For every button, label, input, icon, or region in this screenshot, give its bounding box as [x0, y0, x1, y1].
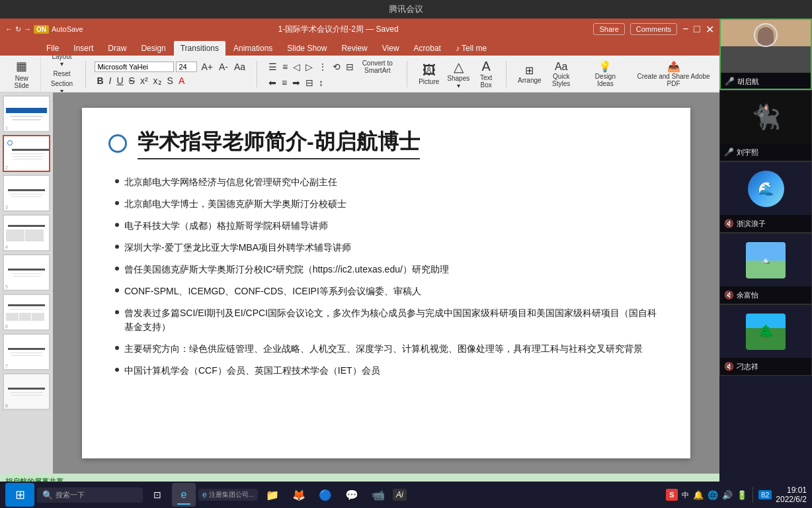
justify-btn[interactable]: ⊟ — [304, 77, 315, 89]
ppt-body: 1 2 — [0, 93, 719, 474]
bullets-btn[interactable]: ☰ — [266, 61, 279, 73]
chrome-btn[interactable]: 🔵 — [313, 483, 337, 507]
line-spacing-btn[interactable]: ↕ — [317, 77, 325, 89]
tab-design[interactable]: Design — [134, 41, 172, 56]
participant-name-1: 胡启航 — [737, 77, 807, 87]
volume-tray-icon[interactable]: 🔊 — [722, 490, 733, 500]
notification-badge[interactable]: 82 — [758, 490, 772, 499]
design-ideas-btn[interactable]: 💡Design Ideas — [587, 60, 624, 88]
slide-thumb-1[interactable]: 1 — [3, 95, 50, 132]
quick-styles-btn[interactable]: AaQuick Styles — [546, 60, 577, 88]
italic-btn[interactable]: I — [107, 75, 114, 87]
participant-name-bar-4: 🔇 余富怡 — [720, 286, 811, 304]
clock-time: 19:01 — [776, 486, 807, 495]
layout-button[interactable]: Layout ▾ — [48, 56, 75, 69]
ai-label: Ai — [396, 490, 403, 499]
align-right-btn[interactable]: ➡ — [290, 77, 302, 89]
battery-icon[interactable]: 🔋 — [737, 490, 747, 500]
lang-tray[interactable]: 中 — [682, 490, 689, 500]
shapes-btn[interactable]: △ Shapes ▾ — [445, 58, 471, 90]
section-button[interactable]: Section ▾ — [48, 79, 75, 93]
arrange-btn[interactable]: ⊞Arrange — [516, 64, 544, 85]
textbox-btn[interactable]: A Text Box — [475, 58, 497, 89]
new-slide-button[interactable]: ▦ New Slide — [7, 58, 36, 91]
para-group: ☰ ≡ ◁ ▷ ⋮ ⟲ ⊟ Convert to SmartArt ⬅ ≡ ➡ … — [263, 57, 401, 91]
font-size-input[interactable] — [176, 62, 197, 72]
reset-button[interactable]: Reset — [50, 69, 73, 79]
subscript-btn[interactable]: x² — [138, 75, 150, 87]
close-button[interactable]: ✕ — [706, 23, 714, 36]
s-tray-icon[interactable]: S — [666, 489, 678, 501]
bell-icon[interactable]: 🔔 — [693, 490, 704, 500]
slide-thumb-3[interactable]: 3 — [3, 175, 50, 212]
participant-item-5[interactable]: 🌲 🔇 刁志祥 — [719, 304, 812, 376]
participant-item-4[interactable]: 🏔️ 🔇 余富怡 — [719, 233, 812, 304]
firefox-btn[interactable]: 🦊 — [287, 483, 311, 507]
column-btn[interactable]: ⋮ — [316, 61, 329, 73]
ribbon-toolbar: ▦ New Slide Layout ▾ Reset Section ▾ A+ — [0, 56, 719, 93]
numbering-btn[interactable]: ≡ — [280, 61, 290, 73]
superscript-btn[interactable]: x₂ — [151, 75, 164, 87]
slide-thumb-8[interactable]: 8 — [3, 373, 50, 410]
share-button[interactable]: Share — [593, 23, 624, 35]
insert-group: 🖼 Picture △ Shapes ▾ A Text Box — [413, 57, 501, 91]
participant-item-3[interactable]: 🌊 🔇 浙滨浪子 — [719, 161, 812, 233]
tab-slideshow[interactable]: Slide Show — [280, 41, 333, 56]
bullet-dot — [115, 179, 119, 183]
slide-thumb-2[interactable]: 2 — [3, 135, 50, 172]
align-text-btn[interactable]: ⊟ — [344, 61, 356, 73]
tab-transitions[interactable]: Transitions — [174, 41, 225, 56]
taskbar-search[interactable]: 🔍 搜索一下 — [37, 487, 143, 503]
file-explorer[interactable]: 📁 — [261, 483, 284, 507]
tab-view[interactable]: View — [376, 41, 406, 56]
search-label: 搜索一下 — [56, 490, 85, 500]
start-button[interactable]: ⊞ — [5, 483, 34, 507]
picture-btn[interactable]: 🖼 Picture — [417, 62, 441, 86]
tab-insert[interactable]: Insert — [67, 41, 100, 56]
autosave-label: AutoSave — [52, 25, 83, 33]
font-increase-btn[interactable]: A+ — [199, 61, 215, 73]
ai-badge[interactable]: Ai — [393, 489, 407, 501]
network-icon[interactable]: 🌐 — [708, 490, 718, 500]
wechat-btn[interactable]: 💬 — [340, 483, 364, 507]
font-name-input[interactable] — [95, 62, 174, 72]
bold-btn[interactable]: B — [95, 75, 105, 87]
tab-draw[interactable]: Draw — [101, 41, 133, 56]
slide-thumb-5[interactable]: 5 — [3, 254, 50, 291]
tencent-meeting-btn[interactable]: 📹 — [366, 483, 390, 507]
align-left-btn[interactable]: ⬅ — [266, 77, 278, 89]
indent-increase-btn[interactable]: ▷ — [304, 61, 315, 73]
minimize-button[interactable]: − — [682, 23, 688, 35]
tab-tellme[interactable]: ♪ Tell me — [449, 41, 493, 56]
font-case-btn[interactable]: Aa — [232, 61, 247, 73]
slide-thumb-7[interactable]: 7 — [3, 333, 50, 370]
create-share-btn[interactable]: 📤Create and Share Adobe PDF — [634, 60, 713, 88]
browser-tab[interactable]: e 注册集团公司... — [198, 489, 258, 501]
participant-item-1[interactable]: 🎤 胡启航 正在讲话: 胡启航 — [719, 19, 812, 90]
participant-video-4: 🏔️ — [720, 233, 811, 286]
underline-btn[interactable]: U — [114, 75, 125, 87]
title-circle-icon — [108, 134, 127, 153]
tab-animations[interactable]: Animations — [227, 41, 279, 56]
bullet-dot — [115, 288, 119, 292]
comments-button[interactable]: Comments — [630, 23, 677, 35]
tab-review[interactable]: Review — [335, 41, 374, 56]
tab-acrobat[interactable]: Acrobat — [407, 41, 448, 56]
tab-file[interactable]: File — [40, 41, 65, 56]
font-decrease-btn[interactable]: A- — [217, 61, 230, 73]
convert-smartart-btn[interactable]: Convert to SmartArt — [357, 59, 397, 75]
maximize-button[interactable]: □ — [694, 23, 700, 35]
fontcolor-btn[interactable]: A — [177, 75, 186, 87]
strikethrough-btn[interactable]: S — [127, 75, 137, 87]
shadow-btn[interactable]: S — [165, 75, 175, 87]
slide-thumb-6[interactable]: 6 — [3, 294, 50, 331]
text-direction-btn[interactable]: ⟲ — [331, 61, 343, 73]
participant-name-2: 刘宇熙 — [737, 148, 807, 157]
bullet-4: 深圳大学-爱丁堡龙比亚大学MBA项目外聘学术辅导讲师 — [115, 241, 664, 255]
participant-item-2[interactable]: 🐈‍⬛ 🎤 刘宇熙 — [719, 90, 812, 161]
slide-thumb-4[interactable]: 4 — [3, 214, 50, 251]
align-center-btn[interactable]: ≡ — [280, 77, 289, 89]
indent-decrease-btn[interactable]: ◁ — [291, 61, 302, 73]
edge-app[interactable]: e — [172, 483, 196, 507]
task-view-button[interactable]: ⊡ — [145, 483, 169, 507]
